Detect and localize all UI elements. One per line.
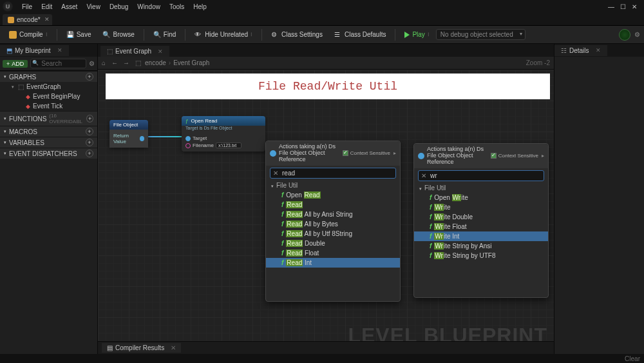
close-tab-icon[interactable]: ✕ — [44, 16, 50, 23]
debug-object-select[interactable]: No debug object selected — [436, 29, 526, 40]
bc-encode[interactable]: encode — [145, 59, 166, 66]
action-item[interactable]: fRead — [266, 200, 400, 210]
tree-event-tick[interactable]: ◆Event Tick — [0, 101, 97, 111]
close-button[interactable]: ✕ — [631, 3, 638, 10]
category-file-util[interactable]: File Util — [414, 183, 548, 193]
add-graph-icon[interactable]: + — [86, 73, 93, 81]
minimize-button[interactable]: — — [608, 3, 614, 10]
menu-debug[interactable]: Debug — [106, 2, 132, 12]
tab-event-graph[interactable]: ⬚ Event Graph ✕ — [100, 46, 169, 57]
find-button[interactable]: 🔍Find — [148, 29, 181, 41]
comment-banner[interactable]: File Read/Write Util — [106, 74, 550, 99]
target-pin[interactable] — [185, 136, 191, 141]
section-macros[interactable]: MACROS+ — [0, 126, 97, 137]
settings-icon[interactable]: ⚙ — [634, 31, 640, 38]
node-file-object[interactable]: File Object Return Value — [109, 120, 148, 148]
menu-help[interactable]: Help — [189, 2, 211, 12]
nav-home-icon[interactable]: ⌂ — [102, 59, 106, 66]
add-variable-icon[interactable]: + — [86, 139, 93, 146]
add-macro-icon[interactable]: + — [86, 128, 93, 135]
action-item[interactable]: fRead Int — [266, 258, 400, 268]
action-item[interactable]: fOpen Write — [414, 193, 548, 202]
section-graphs[interactable]: GRAPHS+ — [0, 71, 97, 82]
search-input[interactable]: Search — [30, 59, 86, 68]
browse-button[interactable]: 🔍Browse — [97, 29, 139, 41]
doc-tab-encode[interactable]: encode* ✕ — [3, 14, 52, 25]
close-tab-icon[interactable]: ✕ — [57, 47, 62, 54]
graph-canvas[interactable]: File Read/Write Util LEVEL BLUEPRINT Fil… — [98, 70, 554, 363]
action-item[interactable]: fRead All by Utf 8String — [266, 229, 400, 239]
action-label: Open Read — [286, 191, 320, 199]
menu-edit[interactable]: Edit — [37, 2, 56, 12]
pin-label: Target — [193, 135, 207, 141]
section-event-dispatchers[interactable]: EVENT DISPATCHERS+ — [0, 148, 97, 159]
action-item[interactable]: fWrite String by Ansi — [414, 241, 548, 251]
close-tab-icon[interactable]: ✕ — [158, 48, 163, 55]
action-item[interactable]: fRead All by Bytes — [266, 219, 400, 229]
close-tab-icon[interactable]: ✕ — [171, 344, 176, 351]
menu-view[interactable]: View — [82, 2, 104, 12]
tree-event-beginplay[interactable]: ◆Event BeginPlay — [0, 92, 97, 101]
nav-back-icon[interactable]: ← — [109, 59, 120, 66]
section-variables[interactable]: VARIABLES+ — [0, 137, 97, 148]
panel-settings-icon[interactable]: ⚙ — [89, 60, 95, 67]
menu-tools[interactable]: Tools — [166, 2, 188, 12]
action-item[interactable]: fRead All by Ansi String — [266, 210, 400, 219]
hide-unrelated-button[interactable]: 👁Hide Unrelated⁝ — [189, 29, 258, 41]
action-item[interactable]: fOpen Read — [266, 190, 400, 200]
menu-window[interactable]: Window — [133, 2, 164, 12]
close-tab-icon[interactable]: ✕ — [596, 47, 601, 54]
section-functions[interactable]: FUNCTIONS(16 OVERRIDABL+ — [0, 111, 97, 126]
class-settings-button[interactable]: ⚙Class Settings — [266, 29, 328, 41]
compile-button[interactable]: Compile⁝ — [4, 29, 53, 41]
add-button[interactable]: +ADD — [3, 60, 28, 68]
action-item[interactable]: fWrite Int — [414, 231, 548, 241]
action-search-input[interactable]: ✕read — [270, 168, 396, 179]
action-item[interactable]: fRead Double — [266, 239, 400, 248]
context-sensitive-checkbox[interactable] — [491, 153, 497, 159]
revision-indicator-icon[interactable] — [619, 29, 630, 41]
graph-editor: ⬚ Event Graph ✕ ⌂ ← → ⬚ encode › Event G… — [98, 44, 554, 363]
add-function-icon[interactable]: + — [86, 115, 93, 123]
action-item[interactable]: fWrite Double — [414, 212, 548, 222]
function-icon: f — [430, 233, 431, 240]
output-pin[interactable] — [140, 136, 144, 141]
add-dispatcher-icon[interactable]: + — [86, 150, 93, 157]
action-label: Read Float — [286, 250, 319, 257]
class-defaults-button[interactable]: ☰Class Defaults — [329, 29, 391, 41]
play-button[interactable]: Play⁝ — [399, 29, 434, 40]
bc-event-graph[interactable]: Event Graph — [173, 59, 209, 66]
eye-icon: 👁 — [194, 31, 202, 39]
action-item[interactable]: fRead Float — [266, 248, 400, 258]
graph-icon: ⬚ — [135, 59, 141, 66]
clear-button[interactable]: Clear — [625, 355, 640, 362]
tree-eventgraph[interactable]: ⬚EventGraph — [0, 82, 97, 92]
filename-input[interactable] — [216, 142, 242, 148]
maximize-button[interactable]: ☐ — [620, 3, 626, 10]
node-open-read[interactable]: ƒOpen Read Target is Ds File Object Targ… — [182, 116, 265, 152]
function-icon: f — [281, 230, 283, 237]
save-icon: 💾 — [66, 31, 74, 39]
function-icon: f — [430, 194, 431, 201]
document-tabs: encode* ✕ — [0, 13, 644, 26]
context-sensitive-checkbox[interactable] — [343, 150, 348, 156]
filename-pin[interactable] — [185, 143, 191, 148]
tab-label: Details — [569, 47, 589, 54]
clear-search-icon[interactable]: ✕ — [273, 170, 278, 177]
menu-file[interactable]: File — [18, 2, 36, 12]
nav-fwd-icon[interactable]: → — [121, 59, 131, 66]
action-item[interactable]: fWrite — [414, 202, 548, 212]
clear-search-icon[interactable]: ✕ — [421, 172, 426, 179]
action-item[interactable]: fWrite Float — [414, 222, 548, 231]
action-search-input[interactable]: ✕wr — [418, 170, 544, 181]
save-button[interactable]: 💾Save — [61, 29, 97, 41]
tab-my-blueprint[interactable]: ⬒ My Blueprint ✕ — [0, 45, 69, 56]
category-file-util[interactable]: File Util — [266, 181, 400, 190]
action-item[interactable]: fWrite String by UTF8 — [414, 251, 548, 260]
menu-asset[interactable]: Asset — [57, 2, 81, 12]
function-icon: f — [281, 221, 283, 228]
tab-details[interactable]: ☷ Details ✕ — [554, 45, 607, 56]
tab-compiler-results[interactable]: ▤ Compiler Results ✕ — [102, 343, 181, 353]
function-icon: f — [430, 242, 431, 250]
ctx-label: Context Sensitive — [498, 153, 538, 159]
